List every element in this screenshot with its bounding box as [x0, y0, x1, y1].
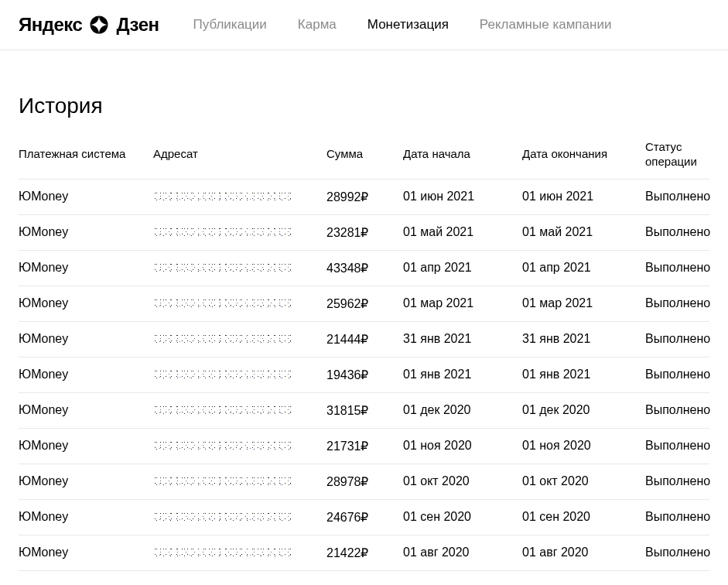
col-recipient: Адресат	[153, 147, 323, 162]
cell-status: Выполнено	[645, 403, 710, 417]
cell-start-date: 01 апр 2021	[403, 261, 519, 275]
cell-start-date: 01 авг 2020	[403, 546, 519, 559]
cell-amount: 24676₽	[326, 510, 400, 525]
cell-status: Выполнено	[645, 546, 710, 559]
cell-recipient	[153, 546, 323, 559]
cell-status: Выполнено	[645, 368, 710, 381]
col-payment-system: Платежная система	[19, 147, 150, 162]
table-row: ЮMoney23281₽01 май 202101 май 2021Выполн…	[19, 215, 709, 251]
cell-recipient	[153, 403, 323, 417]
cell-start-date: 01 дек 2020	[403, 403, 519, 417]
cell-end-date: 01 окт 2020	[522, 474, 642, 488]
table-header-row: Платежная система Адресат Сумма Дата нач…	[19, 140, 709, 180]
redacted-recipient	[153, 332, 292, 346]
cell-payment-system: ЮMoney	[19, 474, 150, 488]
cell-payment-system: ЮMoney	[19, 546, 150, 559]
cell-amount: 19436₽	[326, 368, 400, 382]
page-header: Яндекс Дзен ПубликацииКармаМонетизацияРе…	[0, 0, 728, 50]
cell-payment-system: ЮMoney	[19, 332, 150, 346]
zen-star-icon	[90, 15, 108, 34]
cell-recipient	[153, 439, 323, 453]
cell-start-date: 01 июн 2021	[403, 190, 519, 204]
col-start-date: Дата начала	[403, 147, 519, 162]
nav-item-1[interactable]: Карма	[298, 17, 337, 32]
cell-status: Выполнено	[645, 474, 710, 488]
cell-end-date: 01 авг 2020	[522, 546, 642, 559]
logo-yandex-text: Яндекс	[19, 14, 82, 36]
redacted-recipient	[153, 403, 292, 417]
nav-item-3[interactable]: Рекламные кампании	[480, 17, 612, 32]
redacted-recipient	[153, 546, 292, 559]
table-row: ЮMoney21444₽31 янв 202131 янв 2021Выполн…	[19, 322, 709, 358]
table-row: ЮMoney19436₽01 янв 202101 янв 2021Выполн…	[19, 358, 709, 393]
cell-recipient	[153, 225, 323, 239]
redacted-recipient	[153, 510, 292, 524]
cell-payment-system: ЮMoney	[19, 368, 150, 381]
cell-recipient	[153, 261, 323, 275]
cell-payment-system: ЮMoney	[19, 261, 150, 275]
cell-amount: 21444₽	[326, 332, 400, 347]
cell-payment-system: ЮMoney	[19, 439, 150, 453]
cell-end-date: 01 июн 2021	[522, 190, 642, 204]
cell-end-date: 31 янв 2021	[522, 332, 642, 346]
nav-item-2[interactable]: Монетизация	[367, 17, 449, 32]
cell-status: Выполнено	[645, 510, 710, 524]
cell-payment-system: ЮMoney	[19, 296, 150, 310]
table-row: ЮMoney24676₽01 сен 202001 сен 2020Выполн…	[19, 500, 709, 535]
cell-status: Выполнено	[645, 190, 710, 204]
redacted-recipient	[153, 474, 292, 488]
redacted-recipient	[153, 261, 292, 275]
content-area: История Платежная система Адресат Сумма …	[0, 50, 728, 585]
table-row: ЮMoney28992₽01 июн 202101 июн 2021Выполн…	[19, 180, 709, 215]
cell-start-date: 31 янв 2021	[403, 332, 519, 346]
cell-status: Выполнено	[645, 439, 710, 453]
primary-nav: ПубликацииКармаМонетизацияРекламные камп…	[193, 17, 612, 32]
table-row: ЮMoney43348₽01 апр 202101 апр 2021Выполн…	[19, 251, 709, 286]
cell-end-date: 01 дек 2020	[522, 403, 642, 417]
logo-dzen-text: Дзен	[116, 14, 159, 36]
cell-recipient	[153, 332, 323, 346]
cell-start-date: 01 янв 2021	[403, 368, 519, 381]
cell-end-date: 01 май 2021	[522, 225, 642, 239]
cell-end-date: 01 апр 2021	[522, 261, 642, 275]
cell-status: Выполнено	[645, 225, 710, 239]
table-row: ЮMoney28978₽01 окт 202001 окт 2020Выполн…	[19, 464, 709, 500]
cell-recipient	[153, 296, 323, 310]
cell-amount: 28978₽	[326, 474, 400, 489]
col-end-date: Дата окончания	[522, 147, 642, 162]
cell-amount: 31815₽	[326, 403, 400, 418]
cell-amount: 43348₽	[326, 261, 400, 275]
cell-start-date: 01 мар 2021	[403, 296, 519, 310]
table-row: ЮMoney25962₽01 мар 202101 мар 2021Выполн…	[19, 286, 709, 322]
cell-start-date: 01 сен 2020	[403, 510, 519, 524]
cell-amount: 23281₽	[326, 225, 400, 240]
cell-recipient	[153, 510, 323, 524]
cell-payment-system: ЮMoney	[19, 190, 150, 204]
redacted-recipient	[153, 368, 292, 381]
table-row: ЮMoney31815₽01 дек 202001 дек 2020Выполн…	[19, 393, 709, 429]
col-status: Статус операции	[645, 140, 709, 169]
cell-start-date: 01 май 2021	[403, 225, 519, 239]
cell-recipient	[153, 190, 323, 204]
nav-item-0[interactable]: Публикации	[193, 17, 267, 32]
cell-payment-system: ЮMoney	[19, 225, 150, 239]
cell-amount: 21731₽	[326, 439, 400, 453]
cell-amount: 25962₽	[326, 296, 400, 311]
redacted-recipient	[153, 296, 292, 310]
cell-recipient	[153, 474, 323, 488]
logo-block[interactable]: Яндекс Дзен	[19, 14, 159, 36]
redacted-recipient	[153, 225, 292, 239]
table-row: ЮMoney21422₽01 авг 202001 авг 2020Выполн…	[19, 535, 709, 571]
cell-end-date: 01 ноя 2020	[522, 439, 642, 453]
page-title: История	[19, 94, 709, 118]
redacted-recipient	[153, 190, 292, 204]
cell-status: Выполнено	[645, 261, 710, 275]
cell-payment-system: ЮMoney	[19, 403, 150, 417]
redacted-recipient	[153, 439, 292, 453]
table-row: ЮMoney21731₽01 ноя 202001 ноя 2020Выполн…	[19, 429, 709, 464]
cell-status: Выполнено	[645, 332, 710, 346]
history-table: Платежная система Адресат Сумма Дата нач…	[19, 140, 709, 571]
cell-status: Выполнено	[645, 296, 710, 310]
cell-end-date: 01 сен 2020	[522, 510, 642, 524]
cell-start-date: 01 ноя 2020	[403, 439, 519, 453]
